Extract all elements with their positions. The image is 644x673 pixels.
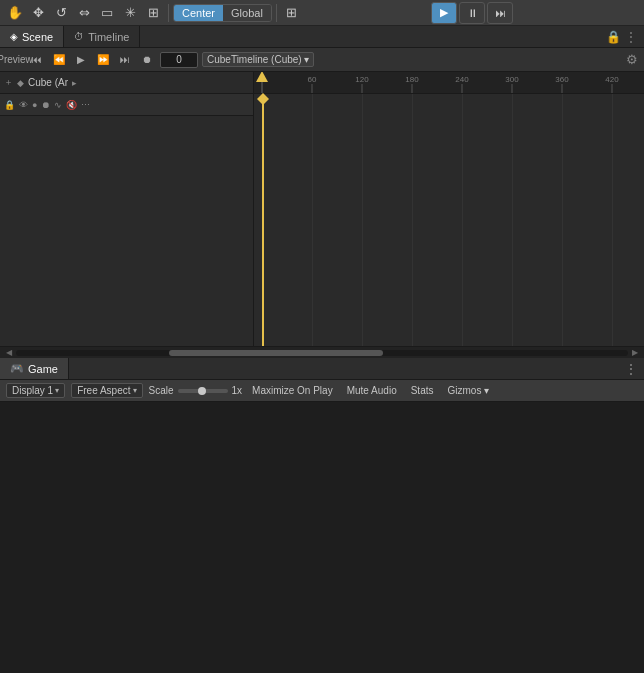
scene-timeline-tabbar: ◈ Scene ⏱ Timeline 🔒 ⋮ xyxy=(0,26,644,48)
scale-dot xyxy=(198,387,206,395)
timeline-controls-bar: Preview ⏮ ⏪ ▶ ⏩ ⏭ ⏺ CubeTimeline (Cube) … xyxy=(0,48,644,72)
maximize-on-play-button[interactable]: Maximize On Play xyxy=(248,384,337,397)
track-record-icon[interactable]: ⏺ xyxy=(41,100,50,110)
diamond-icon: ◆ xyxy=(17,78,24,88)
grid-line-300 xyxy=(512,94,513,346)
lock-icon[interactable]: 🔒 xyxy=(606,30,620,44)
mute-audio-button[interactable]: Mute Audio xyxy=(343,384,401,397)
ruler-svg: 0 60 120 180 240 300 360 420 xyxy=(254,72,644,94)
game-tab-label: Game xyxy=(28,363,58,375)
tl-next-frame-button[interactable]: ⏩ xyxy=(94,51,112,69)
grid-line-180 xyxy=(412,94,413,346)
gizmos-button[interactable]: Gizmos ▾ xyxy=(444,384,494,397)
tl-settings-icon[interactable]: ⚙ xyxy=(626,52,638,67)
scroll-right-icon[interactable]: ▶ xyxy=(630,349,640,357)
scale-tool-icon[interactable]: ⇔ xyxy=(73,2,95,24)
tab-timeline[interactable]: ⏱ Timeline xyxy=(64,26,140,47)
track-dot-icon[interactable]: ● xyxy=(32,100,37,110)
rect-tool-icon[interactable]: ▭ xyxy=(96,2,118,24)
grid-line-240 xyxy=(462,94,463,346)
track-name: Cube (Ar xyxy=(28,77,68,88)
transform-tools: ✋ ✥ ↺ ⇔ ▭ ✳ ⊞ xyxy=(4,2,164,24)
track-expand-icon[interactable]: ▸ xyxy=(72,78,77,88)
track-header-row: ＋ ◆ Cube (Ar ▸ xyxy=(0,72,253,94)
hand-tool-icon[interactable]: ✋ xyxy=(4,2,26,24)
rotate-tool-icon[interactable]: ↺ xyxy=(50,2,72,24)
grid-line-60 xyxy=(312,94,313,346)
playhead[interactable] xyxy=(262,94,264,346)
aspect-dropdown-arrow-icon: ▾ xyxy=(133,386,137,395)
scene-icon: ◈ xyxy=(10,31,18,42)
scale-control: Scale 1x xyxy=(149,385,243,396)
scale-slider[interactable] xyxy=(178,389,228,393)
stats-button[interactable]: Stats xyxy=(407,384,438,397)
svg-text:420: 420 xyxy=(605,75,619,84)
tl-dropdown-arrow-icon: ▾ xyxy=(304,54,309,65)
display-dropdown-arrow-icon: ▾ xyxy=(55,386,59,395)
tl-play-button[interactable]: ▶ xyxy=(72,51,90,69)
game-toolbar: Display 1 ▾ Free Aspect ▾ Scale 1x Maxim… xyxy=(0,380,644,402)
game-tabbar: 🎮 Game ⋮ xyxy=(0,358,644,380)
track-eye-icon[interactable]: 👁 xyxy=(19,100,28,110)
svg-text:60: 60 xyxy=(308,75,317,84)
tab-game[interactable]: 🎮 Game xyxy=(0,358,69,379)
custom-tool-icon[interactable]: ✳ xyxy=(119,2,141,24)
aspect-dropdown[interactable]: Free Aspect ▾ xyxy=(71,383,142,398)
scale-value: 1x xyxy=(232,385,243,396)
track-more-icon[interactable]: ⋯ xyxy=(81,100,90,110)
tl-record-button[interactable]: ⏺ xyxy=(138,51,156,69)
grid-line-120 xyxy=(362,94,363,346)
timeline-icon: ⏱ xyxy=(74,31,84,42)
svg-text:300: 300 xyxy=(505,75,519,84)
tl-prev-frame-button[interactable]: ⏪ xyxy=(50,51,68,69)
svg-text:120: 120 xyxy=(355,75,369,84)
svg-text:360: 360 xyxy=(555,75,569,84)
grid-line-360 xyxy=(562,94,563,346)
add-track-icon[interactable]: ＋ xyxy=(4,76,13,89)
grid-line-420 xyxy=(612,94,613,346)
scene-tab-label: Scene xyxy=(22,31,53,43)
timeline-tracks-left: ＋ ◆ Cube (Ar ▸ 🔒 👁 ● ⏺ ∿ 🔇 ⋯ xyxy=(0,72,254,346)
tl-first-frame-button[interactable]: ⏮ xyxy=(28,51,46,69)
track-lock-icon[interactable]: 🔒 xyxy=(4,100,15,110)
timeline-body: ＋ ◆ Cube (Ar ▸ 🔒 👁 ● ⏺ ∿ 🔇 ⋯ xyxy=(0,72,644,346)
more-options-icon[interactable]: ⋮ xyxy=(624,30,638,44)
play-controls: ▶ ⏸ ⏭ xyxy=(431,2,513,24)
track-mute-icon[interactable]: 🔇 xyxy=(66,100,77,110)
display-label: Display 1 xyxy=(12,385,53,396)
svg-marker-16 xyxy=(256,72,268,82)
timeline-right: 0 60 120 180 240 300 360 420 xyxy=(254,72,644,346)
aspect-label: Free Aspect xyxy=(77,385,130,396)
grid-icon[interactable]: ⊞ xyxy=(142,2,164,24)
timeline-ruler: 0 60 120 180 240 300 360 420 xyxy=(254,72,644,94)
gizmos-arrow-icon: ▾ xyxy=(484,385,489,396)
svg-text:180: 180 xyxy=(405,75,419,84)
top-toolbar: ✋ ✥ ↺ ⇔ ▭ ✳ ⊞ Center Global ⊞ ▶ ⏸ ⏭ xyxy=(0,0,644,26)
tab-scene[interactable]: ◈ Scene xyxy=(0,26,64,47)
gizmos-label: Gizmos xyxy=(448,385,482,396)
scroll-left-icon[interactable]: ◀ xyxy=(4,349,14,357)
window-controls: 🔒 ⋮ xyxy=(606,26,644,47)
tl-clip-dropdown[interactable]: CubeTimeline (Cube) ▾ xyxy=(202,52,314,67)
extra-icon[interactable]: ⊞ xyxy=(281,2,303,24)
svg-text:240: 240 xyxy=(455,75,469,84)
play-button[interactable]: ▶ xyxy=(431,2,457,24)
game-panel-more-icon[interactable]: ⋮ xyxy=(624,358,644,379)
scroll-track[interactable] xyxy=(16,350,628,356)
center-button[interactable]: Center xyxy=(174,5,223,21)
scale-label: Scale xyxy=(149,385,174,396)
display-dropdown[interactable]: Display 1 ▾ xyxy=(6,383,65,398)
tl-time-input[interactable] xyxy=(160,52,198,68)
center-global-toggle: Center Global xyxy=(173,4,272,22)
game-panel: 🎮 Game ⋮ Display 1 ▾ Free Aspect ▾ Scale… xyxy=(0,358,644,402)
pause-button[interactable]: ⏸ xyxy=(459,2,485,24)
step-button[interactable]: ⏭ xyxy=(487,2,513,24)
track-curve-icon[interactable]: ∿ xyxy=(54,100,62,110)
global-button[interactable]: Global xyxy=(223,5,271,21)
track-controls-row: 🔒 👁 ● ⏺ ∿ 🔇 ⋯ xyxy=(0,94,253,116)
move-tool-icon[interactable]: ✥ xyxy=(27,2,49,24)
track-area xyxy=(254,94,644,346)
playhead-diamond xyxy=(257,93,269,105)
tl-last-frame-button[interactable]: ⏭ xyxy=(116,51,134,69)
scroll-thumb[interactable] xyxy=(169,350,383,356)
